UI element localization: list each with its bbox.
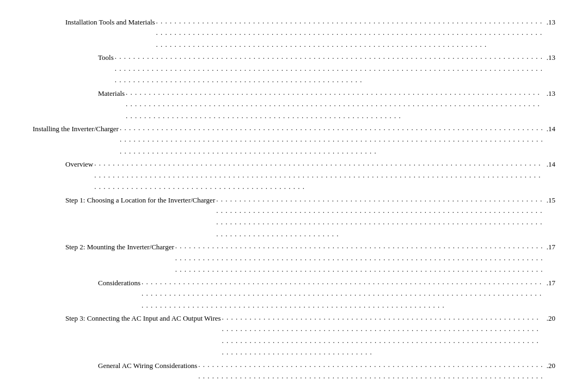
toc-entry-label: Tools xyxy=(33,52,114,63)
toc-entry-label: General AC Wiring Considerations xyxy=(33,360,197,371)
toc-page-number: .17 xyxy=(544,241,555,253)
toc-page-number: .13 xyxy=(544,16,555,28)
toc-entry: Step 1: Choosing a Location for the Inve… xyxy=(33,194,555,242)
toc-entry: General AC Wiring Considerations.20 xyxy=(33,360,555,380)
toc-page-number: .14 xyxy=(544,123,555,134)
toc-entry-label: Overview xyxy=(33,158,93,170)
toc-entry-label: Step 2: Mounting the Inverter/Charger xyxy=(33,241,174,253)
toc-dots xyxy=(156,15,543,51)
toc-entry: Considerations.17 xyxy=(33,277,555,312)
toc-entry-label: Considerations xyxy=(33,277,140,289)
toc-page-number: .17 xyxy=(544,277,555,289)
toc-page-number: .13 xyxy=(544,52,555,63)
toc-page-number: .20 xyxy=(544,360,555,371)
toc-entry-label: Installation Tools and Materials xyxy=(33,16,155,28)
toc-page-number: .20 xyxy=(544,312,555,324)
toc-dots xyxy=(94,157,543,193)
toc-entry-label: Materials xyxy=(33,88,125,99)
toc-entry: Installation Tools and Materials.13 xyxy=(33,16,555,52)
toc-dots xyxy=(222,311,543,359)
page-container: Installation Tools and Materials.13Tools… xyxy=(0,0,588,380)
toc-dots xyxy=(126,87,543,122)
toc-dots xyxy=(216,193,543,241)
toc-page-number: .13 xyxy=(544,88,555,99)
toc-entry: Materials.13 xyxy=(33,88,555,123)
toc-entry: Installing the Inverter/Charger.14 xyxy=(33,123,555,158)
toc-entry-label: Step 1: Choosing a Location for the Inve… xyxy=(33,194,215,206)
toc-entry: Overview.14 xyxy=(33,158,555,194)
toc-page-number: .14 xyxy=(544,158,555,170)
toc-entry: Step 3: Connecting the AC Input and AC O… xyxy=(33,312,555,360)
toc-dots xyxy=(198,359,543,380)
toc-page-number: .15 xyxy=(544,194,555,206)
toc-entry-label: Installing the Inverter/Charger xyxy=(33,123,119,134)
toc-entry: Tools.13 xyxy=(33,52,555,87)
toc-dots xyxy=(175,240,543,275)
toc-entry-label: Step 3: Connecting the AC Input and AC O… xyxy=(33,312,221,324)
toc-dots xyxy=(142,276,543,311)
toc-dots xyxy=(115,51,543,86)
toc-entry: Step 2: Mounting the Inverter/Charger.17 xyxy=(33,241,555,277)
toc-dots xyxy=(120,122,543,157)
toc-table: Installation Tools and Materials.13Tools… xyxy=(33,16,555,380)
